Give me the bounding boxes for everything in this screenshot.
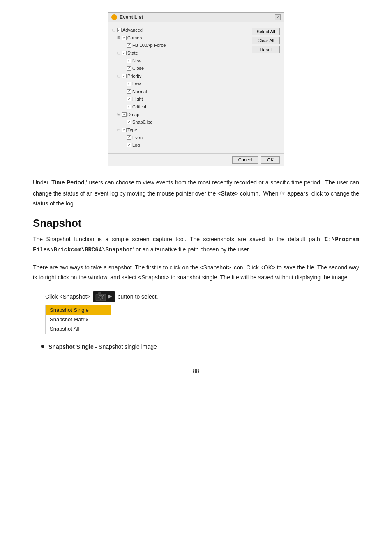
dialog-close-button[interactable]: × [275, 14, 281, 20]
tree-checkbox[interactable]: ✓ [127, 59, 131, 63]
section-title: Snapshot [33, 217, 359, 230]
snapshot-camera-icon [93, 291, 115, 302]
tree-panel: ⊟✓Advanced⊟✓Camera✓FB-100Ap-Force⊟✓State… [112, 26, 248, 149]
cursor-icon: ☞ [280, 188, 286, 199]
snapshot-menu-item[interactable]: Snapshot Single [46, 305, 111, 315]
paragraph-1: Under 'Time Period,' users can choose to… [33, 178, 359, 209]
reset-button[interactable]: Reset [252, 46, 280, 53]
tree-item: ✓New [112, 57, 248, 65]
clear-all-button[interactable]: Clear All [252, 37, 280, 44]
snapshot-menu-item[interactable]: Snapshot All [46, 324, 111, 334]
dialog-title-left: Event List [111, 14, 143, 20]
tree-label: FB-100Ap-Force [132, 41, 166, 49]
tree-label: Snap0.jpg [132, 118, 153, 126]
tree-toggle[interactable]: ⊟ [117, 111, 121, 117]
select-all-button[interactable]: Select All [252, 28, 280, 35]
state-bold: State [221, 190, 235, 197]
button-to-select-label: button to select. [118, 293, 158, 300]
tree-item: ⊟✓Dmap [112, 111, 248, 119]
tree-checkbox[interactable]: ✓ [127, 97, 131, 101]
tree-label: State [127, 49, 138, 57]
bullet-text: Snapshot Single - Snapshot single image [48, 342, 157, 351]
svg-point-3 [99, 296, 102, 299]
event-list-dialog-wrapper: Event List × ⊟✓Advanced⊟✓Camera✓FB-100Ap… [33, 12, 359, 166]
tree-checkbox[interactable]: ✓ [127, 120, 131, 124]
tree-toggle[interactable]: ⊟ [117, 35, 121, 41]
tree-checkbox[interactable]: ✓ [127, 89, 131, 94]
tree-toggle[interactable]: ⊟ [117, 127, 121, 133]
tree-label: New [132, 57, 141, 65]
dialog-footer: Cancel OK [108, 153, 284, 166]
svg-rect-1 [98, 292, 101, 294]
tree-item: ✓Hight [112, 95, 248, 103]
tree-item: ⊟✓Priority [112, 72, 248, 80]
bullet-dot [41, 345, 44, 348]
para2-text2: ' or an alternative file path chosen by … [133, 246, 250, 253]
tree-checkbox[interactable]: ✓ [127, 43, 131, 48]
tree-item: ✓Snap0.jpg [112, 118, 248, 126]
tree-checkbox[interactable]: ✓ [122, 36, 127, 40]
snapshot-click-text: Click <Snapshot> button to select. [45, 291, 359, 302]
tree-item: ✓Normal [112, 88, 248, 96]
bullet-list: Snapshot Single - Snapshot single image [41, 342, 359, 351]
tree-toggle[interactable]: ⊟ [117, 50, 121, 56]
tree-label: Critical [132, 103, 146, 111]
bullet-bold: Snapshot Single - [48, 343, 97, 350]
snapshot-menu: Snapshot SingleSnapshot MatrixSnapshot A… [45, 305, 111, 334]
tree-label: Camera [127, 34, 143, 42]
paragraph-3: There are two ways to take a snapshot. T… [33, 263, 359, 283]
tree-item: ✓Event [112, 134, 248, 142]
tree-checkbox[interactable]: ✓ [117, 28, 122, 32]
tree-item: ⊟✓Camera [112, 34, 248, 42]
tree-item: ✓Critical [112, 103, 248, 111]
tree-label: Low [132, 80, 141, 88]
arrow-icon [107, 294, 113, 299]
tree-checkbox[interactable]: ✓ [127, 105, 131, 109]
tree-label: Normal [132, 88, 147, 96]
tree-label: Priority [127, 72, 141, 80]
tree-checkbox[interactable]: ✓ [122, 51, 127, 55]
tree-checkbox[interactable]: ✓ [127, 66, 131, 71]
dialog-body: ⊟✓Advanced⊟✓Camera✓FB-100Ap-Force⊟✓State… [108, 22, 284, 153]
dialog-titlebar: Event List × [108, 13, 284, 22]
button-panel: Select All Clear All Reset [252, 26, 280, 149]
tree-label: Type [127, 126, 137, 134]
time-period-bold: Time Period [51, 179, 84, 186]
page-number: 88 [33, 368, 359, 374]
paragraph-2: The Snapshot function is a simple screen… [33, 235, 359, 255]
camera-svg [95, 292, 106, 301]
ok-button[interactable]: OK [261, 156, 280, 164]
tree-item: ⊟✓State [112, 49, 248, 57]
tree-toggle[interactable]: ⊟ [112, 27, 116, 33]
tree-item: ✓Low [112, 80, 248, 88]
tree-checkbox[interactable]: ✓ [122, 128, 127, 132]
tree-item: ⊟✓Type [112, 126, 248, 134]
tree-label: Event [132, 134, 144, 142]
tree-label: Log [132, 141, 140, 149]
tree-checkbox[interactable]: ✓ [127, 82, 131, 86]
svg-marker-5 [108, 295, 112, 299]
tree-item: ✓Close [112, 64, 248, 72]
tree-item: ⊟✓Advanced [112, 26, 248, 34]
click-snapshot-label: Click <Snapshot> [45, 293, 90, 300]
dialog-title: Event List [120, 14, 143, 20]
svg-rect-4 [103, 295, 104, 296]
snapshot-demo: Click <Snapshot> button to select. Snaps… [45, 291, 359, 334]
tree-toggle[interactable]: ⊟ [117, 73, 121, 79]
tree-checkbox[interactable]: ✓ [127, 143, 131, 147]
bullet-item: Snapshot Single - Snapshot single image [41, 342, 359, 351]
tree-label: Dmap [127, 111, 139, 119]
tree-label: Hight [132, 95, 143, 103]
tree-label: Advanced [122, 26, 143, 34]
para2-text1: The Snapshot function is a simple screen… [33, 236, 325, 242]
tree-item: ✓FB-100Ap-Force [112, 41, 248, 49]
cancel-button[interactable]: Cancel [232, 156, 258, 164]
snapshot-menu-item[interactable]: Snapshot Matrix [46, 315, 111, 324]
dialog-title-icon [111, 14, 117, 20]
tree-item: ✓Log [112, 141, 248, 149]
tree-checkbox[interactable]: ✓ [122, 74, 127, 78]
tree-label: Close [132, 64, 144, 72]
event-list-dialog: Event List × ⊟✓Advanced⊟✓Camera✓FB-100Ap… [108, 12, 284, 166]
tree-checkbox[interactable]: ✓ [127, 135, 131, 140]
tree-checkbox[interactable]: ✓ [122, 112, 127, 117]
